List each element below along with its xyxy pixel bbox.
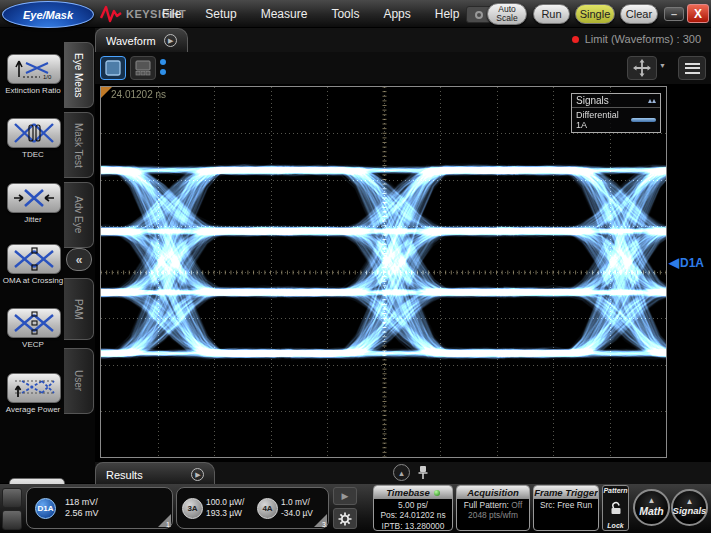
timebase-led (434, 490, 440, 496)
single-pane-icon (105, 60, 121, 76)
menu-setup[interactable]: Setup (205, 7, 236, 21)
waveform-tab-label: Waveform (106, 35, 156, 47)
eye-mask-app-button[interactable]: Eye/Mask (2, 1, 94, 28)
timebase-title: Timebase (386, 487, 430, 498)
pattern-label: Pattern (603, 487, 627, 494)
oma-at-crossing-icon (12, 247, 56, 271)
measurement-label: Average Power (0, 405, 66, 414)
run-button[interactable]: Run (533, 4, 570, 24)
menu-apps[interactable]: Apps (383, 7, 410, 21)
hamburger-icon (685, 63, 700, 74)
pattern-lock-button[interactable]: Pattern Lock (602, 485, 629, 531)
tab-eye-meas[interactable]: Eye Meas (64, 42, 94, 108)
slot-number: 3 (322, 521, 326, 528)
tab-pam[interactable]: PAM (64, 278, 94, 340)
eye-diagram-canvas[interactable] (101, 87, 666, 457)
menu-file[interactable]: File (162, 7, 181, 21)
timebase-iptb: IPTB: 13.280000 GHz (374, 521, 452, 531)
signals-legend[interactable]: Signals ▴▴ Differential 1A (571, 93, 661, 133)
single-button[interactable]: Single (575, 4, 615, 24)
display-toolbar: ▼ (95, 52, 711, 84)
sidebar-collapse-button[interactable]: « (66, 248, 92, 271)
timebase-position-readout: 24.01202 ns (111, 89, 166, 100)
menu-help[interactable]: Help (435, 7, 460, 21)
timebase-panel[interactable]: Timebase 5.00 ps/ Pos: 24.01202 ns IPTB:… (373, 485, 453, 531)
channel-offset: 193.3 µW (206, 508, 244, 519)
math-button[interactable]: ▲ Math (633, 489, 670, 526)
acquisition-panel[interactable]: Acquisition Full Pattern: Off 2048 pts/w… (456, 485, 530, 531)
acq-full-pattern-value: Off (511, 500, 522, 510)
frame-trigger-source: Src: Free Run (534, 500, 598, 510)
channel-scale: 118 mV/ (65, 497, 99, 508)
waveform-tab[interactable]: Waveform ▶ (95, 28, 188, 52)
vecp-button[interactable] (7, 308, 61, 338)
waveform-tab-bar: Waveform ▶ Limit (Waveforms) : 300 (95, 28, 711, 52)
panel-collapse-button[interactable]: ▴ (393, 464, 410, 481)
channel-badge-3a: 3A (182, 498, 203, 519)
clear-button[interactable]: Clear (620, 4, 658, 24)
menubar: File Setup Measure Tools Apps Help (162, 7, 459, 21)
close-button[interactable]: X (687, 4, 709, 23)
signals-button[interactable]: ▲ Signals (671, 489, 708, 526)
channel-scroll-down-button[interactable] (2, 510, 22, 530)
channel-badge-d1a: D1A (35, 498, 56, 519)
timebase-scale: 5.00 ps/ (374, 500, 452, 510)
measurement-sidebar: 1/0 Extinction Ratio TDEC Jitter (0, 28, 95, 483)
layout-single-button[interactable] (100, 56, 126, 80)
pan-tool-dropdown[interactable]: ▼ (659, 62, 666, 69)
tab-adv-eye[interactable]: Adv Eye (64, 182, 94, 248)
channel-offset: -34.0 µV (281, 508, 313, 519)
channel-offset: 2.56 mV (65, 508, 99, 519)
average-power-button[interactable] (7, 373, 61, 403)
pan-cross-icon (633, 59, 651, 77)
jitter-button[interactable] (7, 183, 61, 213)
channel-panel-d1a[interactable]: D1A 118 mV/ 2.56 mV 1 (26, 487, 173, 529)
layout-indicator-dot (160, 59, 166, 65)
waveform-play-icon[interactable]: ▶ (164, 34, 177, 47)
results-play-icon[interactable]: ▶ (191, 468, 204, 481)
extinction-ratio-button[interactable]: 1/0 (7, 54, 61, 84)
measurement-label: OMA at Crossing (0, 276, 66, 285)
channel-settings-button[interactable] (333, 508, 357, 529)
measurement-label: Jitter (0, 215, 66, 224)
signals-label: Signals (673, 505, 707, 516)
pan-tool-button[interactable] (627, 56, 657, 80)
oma-at-crossing-button[interactable] (7, 244, 61, 274)
tdec-icon (12, 121, 56, 145)
acquisition-title: Acquisition (467, 487, 519, 498)
auto-scale-button[interactable]: AutoScale (487, 3, 527, 25)
channel-scroll-up-button[interactable] (2, 488, 22, 508)
frame-trigger-panel[interactable]: Frame Trigger Src: Free Run (533, 485, 599, 531)
titlebar: KEYSIGHT File Setup Measure Tools Apps H… (0, 0, 711, 28)
limit-label: Limit (Waveforms) : 300 (585, 33, 701, 45)
menu-tools[interactable]: Tools (331, 7, 359, 21)
pin-icon (417, 465, 429, 480)
legend-entry-label: Differential 1A (576, 110, 631, 130)
channel-level-marker[interactable]: ◀ D1A (669, 256, 704, 270)
keysight-spark-icon (100, 5, 122, 23)
waveform-display[interactable]: 24.01202 ns Signals ▴▴ Differential 1A (100, 86, 667, 458)
menu-measure[interactable]: Measure (261, 7, 308, 21)
legend-entry[interactable]: Differential 1A (572, 108, 660, 132)
pin-button[interactable] (417, 465, 429, 484)
tdec-button[interactable] (7, 118, 61, 148)
tab-mask-test[interactable]: Mask Test (64, 112, 94, 178)
results-tab-label: Results (106, 469, 143, 481)
channel-badge-4a: 4A (257, 498, 278, 519)
open-padlock-icon (609, 501, 623, 515)
status-bar: D1A 118 mV/ 2.56 mV 1 3A 100.0 µW/ 193.3… (0, 484, 711, 533)
frame-trigger-title: Frame Trigger (534, 487, 598, 498)
svg-text:1/0: 1/0 (43, 74, 52, 80)
display-menu-button[interactable] (678, 56, 706, 80)
channel-scale: 1.0 mV/ (281, 497, 313, 508)
tab-user[interactable]: User (64, 348, 94, 414)
layout-grid-button[interactable] (130, 56, 156, 80)
channel-expand-button[interactable]: ▶ (333, 487, 357, 505)
legend-collapse-icon[interactable]: ▴▴ (648, 96, 656, 105)
extinction-ratio-icon: 1/0 (12, 57, 56, 81)
channel-scale: 100.0 µW/ (206, 497, 244, 508)
channel-panel-3a-4a[interactable]: 3A 100.0 µW/ 193.3 µW 4A 1.0 mV/ -34.0 µ… (176, 487, 329, 529)
results-tab[interactable]: Results ▶ (95, 462, 215, 486)
legend-color-swatch (631, 118, 656, 122)
minimize-button[interactable]: – (664, 7, 684, 21)
